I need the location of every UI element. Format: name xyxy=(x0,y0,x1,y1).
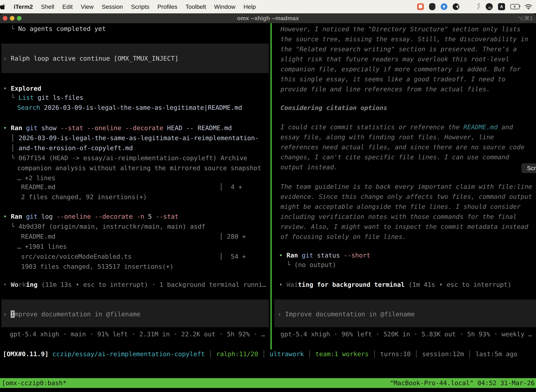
window-title: omx --xhigh --madmax xyxy=(0,13,536,23)
left-prompt-input[interactable]: › Improve documentation in @filename xyxy=(3,309,140,319)
badge-61-icon[interactable]: ..61 xyxy=(486,3,493,10)
wifi-icon[interactable] xyxy=(525,4,532,9)
git-log-output-1: └ 4b9d30f (origin/main, instructkr/main,… xyxy=(11,221,205,232)
reasoning-para1-line2: the source tree, missing the essay. Stil… xyxy=(281,34,528,44)
right-model-status: gpt-5.4 xhigh · 96% left · 520K in · 5.8… xyxy=(281,329,532,339)
reasoning-para2-line1: I could cite commit statistics or refere… xyxy=(281,122,513,132)
explored-header: • Explored xyxy=(3,84,41,93)
git-show-output-2: companion analysis without altering the … xyxy=(17,163,261,173)
menu-items: iTerm2 Shell Edit View Session Scripts P… xyxy=(14,3,256,10)
reasoning-para1-line1: However, I noticed the "Directory Struct… xyxy=(281,24,521,34)
reasoning-para1-line6: this single essay, it seems like a good … xyxy=(281,74,505,84)
git-show-stat-2: 2 files changed, 92 insertions(+) xyxy=(21,192,147,202)
git-show-arg-line-1: │ 2026-03-09-is-legal-the-same-as-legiti… xyxy=(11,133,259,143)
battery-icon[interactable] xyxy=(510,4,519,9)
menu-item-help[interactable]: Help xyxy=(244,3,256,10)
tmux-session-name: [omx-cczip0:bash* xyxy=(2,378,67,388)
ran-git-show-line: • Ran git show --stat --oneline --decora… xyxy=(3,123,232,133)
bolt-circle-icon[interactable] xyxy=(441,3,447,10)
reasoning-para2-line5: output instead. xyxy=(281,162,338,172)
menu-item-view[interactable]: View xyxy=(81,3,94,10)
pane-divider[interactable] xyxy=(270,23,272,350)
menu-bar: iTerm2 Shell Edit View Session Scripts P… xyxy=(0,0,536,13)
reasoning-para1-line5: companion file, especially if more comme… xyxy=(281,64,521,74)
git-log-output-2: … +1901 lines xyxy=(17,242,67,252)
menu-item-profiles[interactable]: Profiles xyxy=(157,3,177,10)
menu-item-session[interactable]: Session xyxy=(102,3,123,10)
explored-search-line: Search 2026-03-09-is-legal-the-same-as-l… xyxy=(17,103,242,112)
tmux-status-bar: [omx-cczip0:bash* "MacBook-Pro-44.local"… xyxy=(0,378,536,388)
right-prompt-input[interactable]: › Improve documentation in @filename xyxy=(278,309,415,319)
reasoning-para2-line2: essay file, along with finding root file… xyxy=(281,132,494,142)
tmux-host-clock: "MacBook-Pro-44.local" 04:52 31-Mar-26 xyxy=(390,378,535,388)
menu-item-iterm2[interactable]: iTerm2 xyxy=(14,3,33,10)
reasoning-para3-line6: of focusing solely on file lines. xyxy=(281,232,406,242)
reasoning-para1-line3: the "Related research writing" section i… xyxy=(281,44,517,54)
reasoning-para2-line3: references need actual files, and since … xyxy=(281,142,524,152)
git-log-stat-3: 1903 files changed, 513517 insertions(+) xyxy=(21,261,174,271)
git-show-arg-line-2: │ and-the-erosion-of-copyleft.md xyxy=(11,143,133,153)
reasoning-para3-line4: including verification notes with those … xyxy=(281,212,517,222)
reasoning-para1-line7: provide file and line references from th… xyxy=(281,84,490,94)
git-show-output-3: … +2 lines xyxy=(17,173,55,183)
apple-menu-icon[interactable] xyxy=(0,3,6,10)
reasoning-para3-line5: review. Also, I might want to inspect th… xyxy=(281,222,528,232)
menu-status-icons: ..61 A xyxy=(417,0,532,13)
ran-git-status-line: • Ran git status --short xyxy=(279,250,370,260)
reasoning-heading: Considering citation options xyxy=(281,103,387,113)
reasoning-para1-line4: slight risk that future readers may over… xyxy=(281,54,509,64)
git-show-output-1: └ 067f154 (HEAD -> essay/ai-reimplementa… xyxy=(11,153,247,163)
a-key-icon[interactable]: A xyxy=(498,3,505,10)
chat-app-icon[interactable] xyxy=(417,3,424,10)
menu-item-shell[interactable]: Shell xyxy=(41,3,54,10)
kaleidoscope-icon[interactable] xyxy=(453,3,459,10)
working-status-line: • Working (11m 13s • esc to interrupt) ·… xyxy=(3,280,266,289)
reasoning-para3-line2: evidence. Since this change only affects… xyxy=(281,191,532,202)
git-status-output: └ (no output) xyxy=(287,260,336,270)
menu-item-toolbelt[interactable]: Toolbelt xyxy=(186,3,206,10)
menu-item-window[interactable]: Window xyxy=(214,3,235,10)
menu-item-edit[interactable]: Edit xyxy=(62,3,73,10)
window-shortcut-badge: ⌥⌘1 xyxy=(517,13,533,23)
desktop: iTerm2 Shell Edit View Session Scripts P… xyxy=(0,0,536,392)
ran-git-log-line: • Ran git log --oneline --decorate -n 5 … xyxy=(3,211,178,221)
reasoning-para3-line1: The team guideline is to back every impo… xyxy=(281,182,532,191)
screen-tooltip[interactable]: Scre xyxy=(522,163,536,173)
reasoning-para3-line3: might be acceptable alongside the file l… xyxy=(281,202,521,212)
window-title-bar: omx --xhigh --madmax ⌥⌘1 xyxy=(0,13,536,23)
snake-icon[interactable] xyxy=(477,3,480,10)
agents-status-line: └ No agents completed yet xyxy=(10,24,106,34)
left-model-status: gpt-5.4 xhigh · main · 91% left · 2.31M … xyxy=(10,329,265,339)
git-log-stat-1: README.md │ 280 + xyxy=(21,232,246,242)
omx-status-line: [OMX#0.11.9] cczip/essay/ai-reimplementa… xyxy=(3,349,517,359)
waiting-status-line: • Waiting for background terminal (1m 41… xyxy=(279,280,511,289)
git-show-stat-1: README.md │ 4 + xyxy=(21,182,242,192)
shield-grid-icon[interactable] xyxy=(429,3,436,10)
git-log-stat-2: src/voice/voiceModeEnabled.ts │ 54 + xyxy=(21,252,246,261)
dots-grid-icon[interactable] xyxy=(464,3,471,10)
reasoning-para2-line4: changes, I can't cite specific file line… xyxy=(281,152,509,162)
explored-list-line: └ List git ls-files xyxy=(11,93,83,103)
ralph-loop-text: › Ralph loop active continue [OMX_TMUX_I… xyxy=(3,53,178,63)
menu-item-scripts[interactable]: Scripts xyxy=(131,3,149,10)
